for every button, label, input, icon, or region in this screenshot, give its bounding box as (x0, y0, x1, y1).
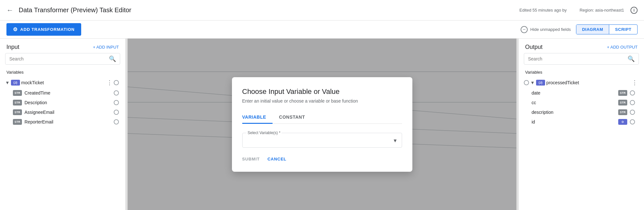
connect-dot-createdtime[interactable] (114, 90, 119, 96)
variable-type-badge: {J} (11, 80, 20, 86)
field-name: date (532, 90, 613, 96)
field-item-reporteremail: STR ReporterEmail (3, 117, 121, 127)
field-name: Description (24, 100, 111, 105)
choose-input-modal: Choose Input Variable or Value Enter an … (232, 77, 412, 172)
input-variable-group: ▼ {J} mockTicket ⋮ STR CreatedTime STR D… (0, 77, 125, 127)
tab-diagram[interactable]: DIAGRAM (576, 25, 609, 34)
output-variable-group: ▼ {J} processedTicket ⋮ STR date STR cc … (519, 77, 644, 127)
field-type-badge: STR (13, 109, 22, 115)
more-options-icon[interactable]: ⋮ (107, 79, 112, 86)
variable-name: mockTicket (21, 80, 105, 85)
page-title: Data Transformer (Preview) Task Editor (19, 6, 519, 14)
field-type-badge: STR (13, 90, 22, 96)
connect-dot-description[interactable] (114, 100, 119, 105)
output-variable-name: processedTicket (546, 80, 630, 85)
field-item-createdtime: STR CreatedTime (3, 88, 121, 98)
modal-tabs: VARIABLE CONSTANT (242, 111, 402, 124)
submit-button[interactable]: SUBMIT (242, 157, 260, 161)
chevron-down-icon: ▼ (5, 80, 10, 85)
output-field-item-description: STR description (521, 107, 640, 117)
field-item-description: STR Description (3, 98, 121, 107)
header-region: Region: asia-northeast1 (580, 8, 624, 13)
connect-dot-variable[interactable] (114, 80, 119, 85)
input-variable-header[interactable]: ▼ {J} mockTicket ⋮ (3, 77, 121, 88)
toolbar-right: − Hide unmapped fields DIAGRAM SCRIPT (521, 24, 638, 34)
field-type-badge-d: D (618, 119, 627, 125)
connect-dot-out-cc[interactable] (630, 100, 635, 105)
search-icon: 🔍 (109, 55, 116, 62)
select-variable-label: Select Variable(s) * (246, 131, 282, 135)
input-search-input[interactable] (9, 56, 109, 61)
view-tabs: DIAGRAM SCRIPT (576, 24, 638, 34)
chevron-down-icon: ▼ (530, 80, 535, 85)
connect-dot-out-variable[interactable] (524, 80, 529, 85)
output-variable-header[interactable]: ▼ {J} processedTicket ⋮ (521, 77, 640, 88)
connect-dot-out-date[interactable] (630, 90, 635, 96)
add-input-button[interactable]: + ADD INPUT (93, 45, 119, 50)
hide-unmapped-toggle: − Hide unmapped fields (521, 26, 571, 33)
info-icon[interactable]: i (630, 7, 638, 14)
add-output-button[interactable]: + ADD OUTPUT (607, 45, 638, 50)
field-name: AssigneeEmail (24, 110, 111, 115)
tab-variable[interactable]: VARIABLE (242, 111, 273, 124)
tab-script[interactable]: SCRIPT (609, 25, 637, 34)
connect-dot-assigneeemail[interactable] (114, 110, 119, 115)
input-search-box[interactable]: 🔍 (5, 53, 120, 65)
cancel-button[interactable]: CANCEL (267, 157, 286, 161)
output-panel: Output + ADD OUTPUT 🔍 Variables ▼ {J} pr… (518, 39, 644, 210)
output-field-item-cc: STR cc (521, 98, 640, 107)
select-variable-row: ▾ (248, 137, 397, 144)
input-variables-label: Variables (0, 68, 125, 77)
main-content: Input + ADD INPUT 🔍 Variables ▼ {J} mock… (0, 39, 644, 210)
toggle-minus-icon[interactable]: − (521, 26, 528, 33)
modal-title: Choose Input Variable or Value (242, 87, 402, 96)
right-divider[interactable] (516, 39, 518, 210)
add-transformation-button[interactable]: ⚙ ADD TRANSFORMATION (6, 23, 81, 36)
header-meta: Edited 55 minutes ago by (519, 8, 567, 13)
output-panel-title: Output (525, 44, 604, 50)
canvas-area: Choose Input Variable or Value Enter an … (128, 39, 516, 210)
output-search-box[interactable]: 🔍 (524, 53, 639, 65)
field-type-badge: STR (618, 90, 627, 96)
tab-constant[interactable]: CONSTANT (279, 111, 312, 124)
select-variable-container[interactable]: Select Variable(s) * ▾ (242, 133, 402, 148)
field-name: cc (532, 100, 613, 105)
modal-actions: SUBMIT CANCEL (242, 157, 402, 161)
input-panel: Input + ADD INPUT 🔍 Variables ▼ {J} mock… (0, 39, 126, 210)
field-name: CreatedTime (24, 90, 111, 96)
output-variables-label: Variables (519, 68, 644, 77)
dropdown-arrow-icon: ▾ (394, 137, 397, 144)
hide-unmapped-label: Hide unmapped fields (530, 27, 571, 32)
back-button[interactable]: ← (6, 6, 14, 14)
header: ← Data Transformer (Preview) Task Editor… (0, 0, 644, 21)
output-variable-type-badge: {J} (536, 80, 545, 86)
field-type-badge: STR (618, 100, 627, 105)
connect-dot-out-id[interactable] (630, 119, 635, 124)
output-panel-header: Output + ADD OUTPUT (519, 39, 644, 53)
gear-icon: ⚙ (13, 26, 18, 32)
modal-subtitle: Enter an initial value or choose a varia… (242, 98, 402, 104)
connect-dot-out-description[interactable] (630, 110, 635, 115)
field-type-badge: STR (618, 109, 627, 115)
select-variable-value (248, 137, 394, 144)
input-panel-title: Input (6, 44, 90, 50)
search-icon: 🔍 (628, 55, 635, 62)
toolbar: ⚙ ADD TRANSFORMATION − Hide unmapped fie… (0, 21, 644, 39)
more-options-icon[interactable]: ⋮ (632, 79, 638, 86)
output-field-item-id: D id (521, 117, 640, 127)
field-name: ReporterEmail (24, 119, 111, 124)
output-search-input[interactable] (528, 56, 628, 61)
field-type-badge: STR (13, 119, 22, 125)
output-field-item-date: STR date (521, 88, 640, 98)
field-name: description (532, 110, 613, 115)
input-panel-header: Input + ADD INPUT (0, 39, 125, 53)
connect-dot-reporteremail[interactable] (114, 119, 119, 124)
field-item-assigneeemail: STR AssigneeEmail (3, 107, 121, 117)
field-name: id (532, 119, 613, 124)
field-type-badge: STR (13, 100, 22, 105)
modal-overlay: Choose Input Variable or Value Enter an … (128, 39, 516, 210)
